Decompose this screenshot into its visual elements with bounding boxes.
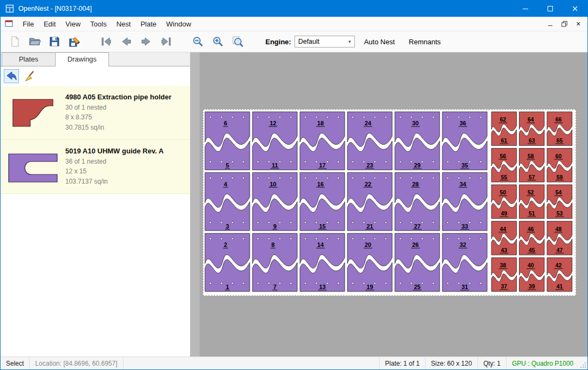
zoom-in-button[interactable]: [209, 33, 227, 50]
tab-drawings[interactable]: Drawings: [55, 52, 109, 66]
save-as-button[interactable]: [66, 33, 83, 50]
close-button[interactable]: [563, 1, 587, 17]
menu-plate[interactable]: Plate: [135, 18, 161, 30]
drill-hole: [458, 221, 460, 223]
drill-hole: [433, 177, 434, 179]
drill-hole: [268, 177, 270, 179]
drill-hole: [399, 177, 401, 179]
part-number: 4: [224, 181, 228, 187]
previous-plate-button[interactable]: [118, 33, 135, 50]
drill-hole: [447, 177, 448, 179]
drill-hole: [243, 161, 244, 163]
drill-hole: [304, 221, 306, 223]
drill-hole: [421, 221, 423, 223]
save-icon: [49, 36, 60, 48]
part-number: 9: [273, 223, 276, 230]
drill-hole: [469, 238, 470, 239]
open-folder-icon: [29, 36, 41, 48]
save-button[interactable]: [46, 33, 63, 50]
menu-tools[interactable]: Tools: [85, 18, 111, 30]
drill-hole: [231, 238, 233, 239]
menu-edit[interactable]: Edit: [39, 18, 60, 30]
open-file-button[interactable]: [26, 33, 43, 50]
drill-hole: [458, 161, 460, 163]
mdi-minimize-button[interactable]: [544, 18, 556, 29]
nest-cell: 1615: [300, 173, 345, 231]
drill-hole: [257, 177, 258, 179]
clear-nest-button[interactable]: [22, 69, 37, 83]
blue-return-arrow-icon: [5, 71, 17, 82]
drill-hole: [231, 116, 233, 118]
mdi-close-button[interactable]: ×: [572, 18, 584, 29]
minimize-button[interactable]: [513, 1, 538, 17]
first-plate-button[interactable]: [98, 33, 115, 50]
part-number: 18: [317, 120, 324, 126]
nest-cell: 2625: [395, 233, 440, 292]
drawing-area: 103.7137 sq/in: [65, 177, 163, 187]
part-number: 2: [224, 241, 227, 248]
part-number: 42: [555, 262, 562, 268]
part-number: 17: [319, 162, 325, 169]
status-gpu: GPU : Quadro P1000: [506, 357, 579, 369]
nest-cell: 5857: [519, 149, 545, 183]
tab-plates[interactable]: Plates: [2, 52, 56, 66]
drill-hole: [480, 161, 482, 163]
engine-label: Engine:: [265, 38, 291, 46]
drill-hole: [221, 161, 222, 163]
window-controls: [513, 1, 587, 17]
vertical-scrollbar[interactable]: [190, 52, 200, 356]
menu-nest[interactable]: Nest: [112, 18, 136, 30]
mdi-restore-button[interactable]: [558, 18, 570, 29]
menu-bar: File Edit View Tools Nest Plate Window ×: [1, 17, 587, 31]
maximize-button[interactable]: [538, 1, 563, 17]
part-number: 12: [270, 120, 276, 126]
part-number: 28: [412, 181, 419, 187]
part-number: 31: [461, 284, 468, 290]
drill-hole: [385, 177, 387, 179]
nest-cell: 3635: [442, 112, 487, 170]
menu-window[interactable]: Window: [161, 18, 196, 30]
part-number: 5: [225, 162, 229, 169]
drill-hole: [399, 116, 401, 118]
nest-canvas[interactable]: 6512111817242330293635431091615222128273…: [190, 52, 587, 356]
part-number: 62: [500, 116, 506, 123]
nest-cell: 3433: [442, 173, 487, 231]
part-thumbnail-red: [5, 97, 61, 129]
zoom-fit-icon: [232, 36, 244, 48]
part-number: 47: [556, 247, 563, 253]
status-bar: Select Location: [84.8696, 60.6957] Plat…: [1, 356, 587, 369]
drill-hole: [458, 116, 460, 118]
new-file-button[interactable]: [6, 33, 23, 50]
return-parts-button[interactable]: [4, 69, 19, 83]
list-item-extraction-pipe-holder[interactable]: 4980 A05 Extraction pipe holder 30 of 1 …: [1, 86, 190, 140]
part-number: 33: [461, 223, 468, 230]
drill-hole: [447, 282, 448, 284]
last-plate-button[interactable]: [158, 33, 175, 50]
auto-nest-button[interactable]: Auto Nest: [359, 35, 400, 49]
part-number: 57: [529, 174, 535, 180]
drill-hole: [385, 282, 387, 284]
resize-grip[interactable]: [579, 357, 587, 369]
list-item-uhmw-guide[interactable]: 5019 A10 UHMW guide Rev. A 36 of 1 neste…: [1, 140, 190, 194]
plate[interactable]: 6512111817242330293635431091615222128273…: [203, 109, 576, 296]
zoom-out-button[interactable]: [189, 33, 207, 50]
drill-hole: [326, 177, 328, 179]
drill-hole: [469, 161, 470, 163]
zoom-fit-button[interactable]: [229, 33, 247, 50]
part-number: 53: [556, 210, 563, 217]
drill-hole: [326, 161, 328, 163]
drawing-area: 30.7815 sq/in: [65, 123, 172, 133]
engine-select[interactable]: Default ▼: [295, 36, 355, 48]
menu-view[interactable]: View: [60, 18, 85, 30]
drill-hole: [399, 282, 401, 284]
drill-hole: [316, 238, 317, 239]
drill-hole: [363, 282, 365, 284]
resize-grip-icon: [580, 362, 586, 368]
previous-arrow-icon: [120, 36, 132, 48]
next-plate-button[interactable]: [138, 33, 155, 50]
drawing-title: 5019 A10 UHMW guide Rev. A: [65, 147, 163, 155]
drill-hole: [411, 161, 412, 163]
drill-hole: [257, 282, 258, 284]
remnants-button[interactable]: Remnants: [404, 35, 446, 49]
menu-file[interactable]: File: [18, 18, 39, 30]
